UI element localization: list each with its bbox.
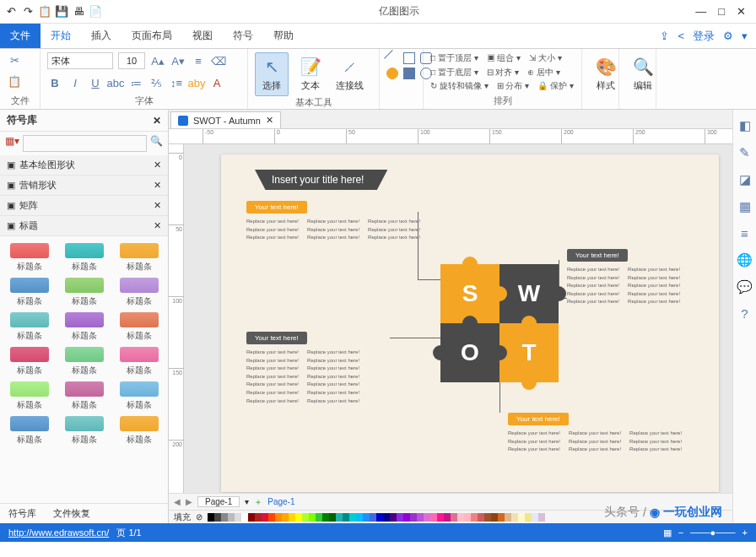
view-mode-icon[interactable]: ▦ bbox=[663, 527, 672, 538]
underline-icon[interactable]: U bbox=[88, 75, 103, 90]
tab-page-layout[interactable]: 页面布局 bbox=[122, 24, 182, 48]
color-swatch[interactable] bbox=[518, 513, 525, 522]
category-basic-shapes[interactable]: ▣ 基本绘图形状✕ bbox=[0, 155, 168, 176]
search-icon[interactable]: 🔍 bbox=[150, 135, 163, 152]
color-swatch[interactable] bbox=[505, 513, 511, 522]
prev-page-icon[interactable]: ◀ bbox=[174, 497, 181, 506]
color-swatch[interactable] bbox=[538, 513, 545, 522]
zoom-out-icon[interactable]: − bbox=[678, 527, 683, 538]
color-swatch[interactable] bbox=[208, 513, 214, 522]
font-color-icon[interactable]: A bbox=[209, 75, 224, 90]
color-swatch[interactable] bbox=[295, 513, 302, 522]
print-icon[interactable]: 🖶 bbox=[71, 4, 86, 19]
color-swatch[interactable] bbox=[214, 513, 221, 522]
color-swatch[interactable] bbox=[484, 513, 491, 522]
settings-icon[interactable]: ⚙ bbox=[723, 30, 733, 42]
connector-tool[interactable]: ⟋连接线 bbox=[332, 52, 366, 96]
close-tab-icon[interactable]: ✕ bbox=[266, 115, 273, 126]
color-swatch[interactable] bbox=[228, 513, 235, 522]
comment-tool-icon[interactable]: 💬 bbox=[737, 279, 753, 295]
add-page-icon[interactable]: ＋ bbox=[254, 496, 262, 508]
color-swatch[interactable] bbox=[464, 513, 471, 522]
color-swatch[interactable] bbox=[282, 513, 289, 522]
shape-item[interactable]: 标题条 bbox=[3, 243, 55, 273]
page-menu-icon[interactable]: ▾ bbox=[245, 497, 249, 506]
lock-button[interactable]: 🔒 保护 ▾ bbox=[537, 80, 574, 92]
shape-item[interactable]: 标题条 bbox=[58, 381, 110, 411]
footer-recovery-tab[interactable]: 文件恢复 bbox=[45, 504, 99, 523]
shape-item[interactable]: 标题条 bbox=[3, 381, 55, 411]
shape-item[interactable]: 标题条 bbox=[113, 381, 165, 411]
circle-shape[interactable] bbox=[386, 68, 398, 79]
color-swatch[interactable] bbox=[235, 513, 241, 522]
text-tool[interactable]: 📝文本 bbox=[294, 52, 327, 96]
login-link[interactable]: 登录 bbox=[693, 29, 715, 44]
clear-format-icon[interactable]: ⌫ bbox=[211, 53, 226, 68]
text-label-4[interactable]: Your text here! bbox=[508, 413, 569, 425]
viewport[interactable]: Insert your title here! Your text here! … bbox=[184, 144, 756, 493]
puzzle-w[interactable]: W bbox=[500, 264, 559, 323]
category-marketing[interactable]: ▣ 营销形状✕ bbox=[0, 176, 168, 196]
category-matrix[interactable]: ▣ 矩阵✕ bbox=[0, 196, 168, 216]
send-back-button[interactable]: □ 置于底层 ▾ bbox=[430, 67, 478, 78]
color-swatch[interactable] bbox=[383, 513, 390, 522]
style-button[interactable]: 🎨样式 bbox=[589, 52, 623, 96]
square-shape[interactable] bbox=[403, 68, 415, 79]
shape-item[interactable]: 标题条 bbox=[3, 416, 55, 446]
puzzle-t[interactable]: T bbox=[500, 323, 559, 382]
line-shape[interactable] bbox=[384, 50, 401, 67]
font-size-combo[interactable]: 10 bbox=[118, 52, 145, 69]
color-swatch[interactable] bbox=[221, 513, 228, 522]
swot-puzzle[interactable]: S W O T bbox=[440, 264, 559, 382]
title-banner[interactable]: Insert your title here! bbox=[255, 170, 387, 190]
shape-item[interactable]: 标题条 bbox=[113, 416, 165, 446]
tab-view[interactable]: 视图 bbox=[182, 24, 223, 48]
chevron-down-icon[interactable]: ▾ bbox=[742, 30, 748, 42]
decrease-font-icon[interactable]: A▾ bbox=[170, 53, 186, 68]
shape-item[interactable]: 标题条 bbox=[58, 347, 110, 376]
color-swatch[interactable] bbox=[417, 513, 424, 522]
export-icon[interactable]: ⇪ bbox=[660, 30, 669, 42]
color-swatch[interactable] bbox=[525, 513, 532, 522]
shape-item[interactable]: 标题条 bbox=[113, 278, 165, 307]
shape-item[interactable]: 标题条 bbox=[113, 312, 165, 342]
highlight-icon[interactable]: aby bbox=[189, 75, 204, 90]
text-block-1[interactable]: Replace your text here!Replace your text… bbox=[246, 218, 420, 242]
tab-home[interactable]: 开始 bbox=[40, 24, 81, 48]
color-swatch[interactable] bbox=[478, 513, 484, 522]
document-tab[interactable]: SWOT - Autumn ✕ bbox=[170, 111, 281, 128]
color-swatch[interactable] bbox=[424, 513, 430, 522]
color-swatch[interactable] bbox=[268, 513, 275, 522]
layer-tool-icon[interactable]: ≡ bbox=[741, 226, 748, 241]
sidebar-close-icon[interactable]: ✕ bbox=[153, 115, 161, 127]
shape-item[interactable]: 标题条 bbox=[3, 278, 55, 307]
color-swatch[interactable] bbox=[451, 513, 457, 522]
text-label-2[interactable]: Your text here! bbox=[567, 249, 628, 262]
search-shapes-input[interactable] bbox=[23, 135, 147, 152]
shape-item[interactable]: 标题条 bbox=[58, 278, 110, 307]
shape-item[interactable]: 标题条 bbox=[3, 347, 55, 376]
shape-item[interactable]: 标题条 bbox=[113, 243, 165, 273]
group-button[interactable]: ▣ 组合 ▾ bbox=[487, 52, 521, 64]
color-swatch[interactable] bbox=[309, 513, 316, 522]
find-button[interactable]: 🔍编辑 bbox=[626, 52, 660, 96]
color-swatch[interactable] bbox=[532, 513, 538, 522]
color-swatch[interactable] bbox=[437, 513, 444, 522]
color-swatch[interactable] bbox=[343, 513, 349, 522]
shape-item[interactable]: 标题条 bbox=[113, 347, 165, 376]
page-canvas[interactable]: Insert your title here! Your text here! … bbox=[221, 154, 719, 492]
category-title[interactable]: ▣ 标题✕ bbox=[0, 216, 168, 236]
puzzle-o[interactable]: O bbox=[440, 323, 500, 382]
color-swatch[interactable] bbox=[444, 513, 451, 522]
distribute-button[interactable]: ⊞ 分布 ▾ bbox=[497, 80, 530, 92]
center-button[interactable]: ⊕ 居中 ▾ bbox=[527, 67, 560, 78]
color-swatch[interactable] bbox=[302, 513, 309, 522]
text-block-3[interactable]: Replace your text here!Replace your text… bbox=[246, 349, 359, 405]
undo-icon[interactable]: ↶ bbox=[3, 4, 19, 19]
shape-item[interactable]: 标题条 bbox=[58, 416, 110, 446]
no-fill-icon[interactable]: ⊘ bbox=[196, 512, 202, 522]
shape-item[interactable]: 标题条 bbox=[58, 243, 110, 273]
color-swatch[interactable] bbox=[349, 513, 356, 522]
bold-icon[interactable]: B bbox=[47, 75, 62, 90]
copy-icon[interactable]: 📋 bbox=[7, 73, 22, 89]
